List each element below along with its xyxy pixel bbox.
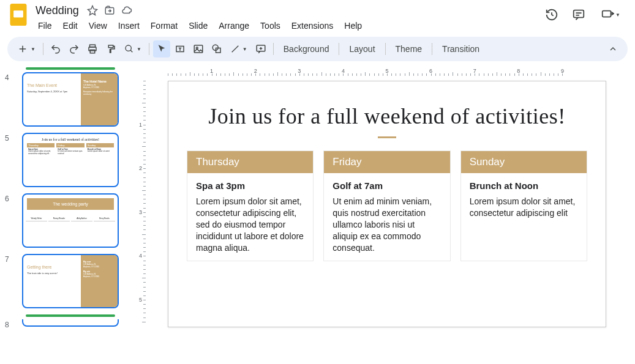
slide-number: 4	[5, 72, 22, 82]
selection-marker-bottom	[26, 314, 115, 317]
cloud-icon[interactable]	[121, 4, 133, 17]
vertical-ruler: 12345	[132, 76, 146, 364]
background-button[interactable]: Background	[277, 42, 336, 56]
collapse-toolbar-button[interactable]	[604, 40, 622, 58]
svg-rect-1	[13, 10, 23, 17]
day-description: Lorem ipsum dolor sit amet, consectetur …	[196, 196, 304, 253]
day-event: Spa at 3pm	[196, 180, 304, 191]
canvas-area: 123456789 12345 Join us for a full weeke…	[132, 66, 635, 364]
slide-number: 5	[5, 133, 22, 143]
image-button[interactable]	[190, 40, 207, 58]
slide-canvas[interactable]: Join us for a full weekend of activities…	[168, 81, 606, 327]
toolbar: ▼ ▼ ▼ Background Layout Theme Transition	[7, 37, 628, 61]
menu-edit[interactable]: Edit	[58, 18, 83, 33]
day-header: Friday	[324, 151, 449, 173]
title-underline	[378, 136, 396, 138]
slides-logo[interactable]	[7, 4, 29, 26]
redo-button[interactable]	[66, 40, 83, 58]
slide-title[interactable]: Join us for a full weekend of activities…	[187, 103, 587, 129]
transition-button[interactable]: Transition	[436, 42, 486, 56]
day-event: Golf at 7am	[333, 180, 441, 191]
menu-arrange[interactable]: Arrange	[214, 18, 254, 33]
history-icon[interactable]	[544, 7, 559, 22]
comment-icon[interactable]	[571, 7, 586, 22]
horizontal-ruler: 123456789	[146, 66, 635, 76]
slide-number: 7	[5, 254, 22, 264]
comment-add-button[interactable]	[252, 40, 269, 58]
slide-number: 6	[5, 193, 22, 203]
selection-marker-top	[26, 67, 115, 70]
menu-help[interactable]: Help	[339, 18, 367, 33]
document-title[interactable]: Wedding	[33, 4, 81, 18]
filmstrip[interactable]: 4The Main EventSaturday, September 4, 20…	[0, 66, 132, 364]
svg-point-8	[126, 45, 131, 51]
line-button[interactable]: ▼	[227, 40, 251, 58]
menu-insert[interactable]: Insert	[113, 18, 145, 33]
slide-number: 8	[5, 319, 22, 329]
new-slide-button[interactable]: ▼	[13, 40, 39, 58]
slide-thumbnail[interactable]	[22, 319, 119, 327]
day-column[interactable]: Friday Golf at 7am Ut enim ad minim veni…	[323, 150, 450, 261]
star-icon[interactable]	[86, 4, 99, 17]
undo-button[interactable]	[47, 40, 64, 58]
menu-bar: FileEditViewInsertFormatSlideArrangeTool…	[33, 18, 544, 33]
textbox-button[interactable]	[171, 40, 189, 58]
day-description: Lorem ipsum dolor sit amet, consectetur …	[470, 196, 578, 219]
slide-thumbnail[interactable]: The Main EventSaturday, September 4, 20X…	[22, 72, 119, 127]
slide-thumbnail[interactable]: The wedding partyWendy WriterRonny Reade…	[22, 193, 119, 248]
shape-button[interactable]	[208, 40, 225, 58]
svg-rect-4	[603, 11, 611, 17]
select-tool[interactable]	[153, 40, 170, 58]
zoom-button[interactable]: ▼	[121, 40, 145, 58]
menu-tools[interactable]: Tools	[255, 18, 285, 33]
move-icon[interactable]	[103, 4, 116, 17]
menu-extensions[interactable]: Extensions	[287, 18, 338, 33]
day-header: Sunday	[461, 151, 587, 173]
svg-rect-3	[574, 10, 584, 18]
svg-rect-10	[194, 45, 203, 53]
day-column[interactable]: Thursday Spa at 3pm Lorem ipsum dolor si…	[187, 150, 314, 261]
day-description: Ut enim ad minim veniam, quis nostrud ex…	[333, 196, 441, 253]
menu-view[interactable]: View	[84, 18, 112, 33]
slide-thumbnail[interactable]: Join us for a full weekend of activities…	[22, 133, 119, 187]
layout-button[interactable]: Layout	[343, 42, 381, 56]
print-button[interactable]	[84, 40, 101, 58]
day-event: Brunch at Noon	[470, 180, 578, 191]
theme-button[interactable]: Theme	[389, 42, 429, 56]
menu-slide[interactable]: Slide	[184, 18, 212, 33]
present-icon[interactable]: ▼	[598, 7, 623, 22]
day-header: Thursday	[187, 151, 313, 173]
menu-file[interactable]: File	[33, 18, 57, 33]
day-column[interactable]: Sunday Brunch at Noon Lorem ipsum dolor …	[460, 150, 587, 261]
paint-format-button[interactable]	[102, 40, 119, 58]
menu-format[interactable]: Format	[146, 18, 182, 33]
slide-thumbnail[interactable]: Getting thereThe train ride is very scen…	[22, 254, 119, 308]
